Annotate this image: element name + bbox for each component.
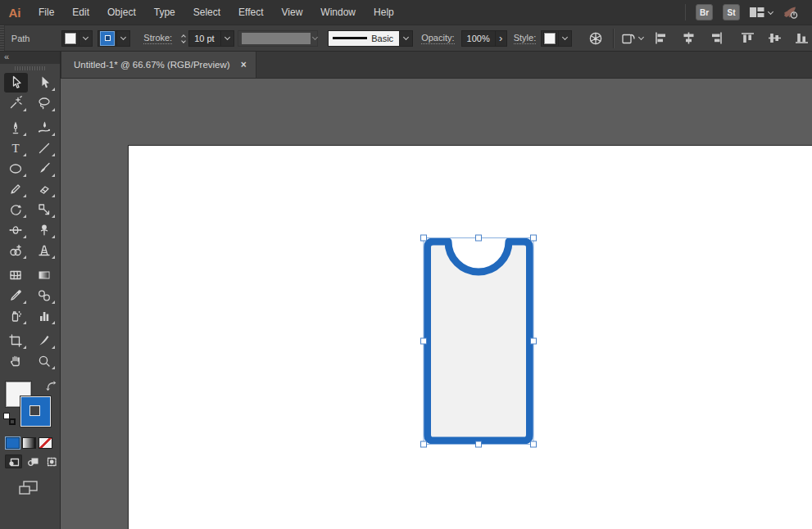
chevron-down-icon	[403, 34, 409, 40]
line-segment-tool[interactable]	[33, 138, 57, 158]
stock-button[interactable]: St	[723, 4, 740, 20]
align-vertical-top-button[interactable]	[737, 28, 758, 49]
controlbar-grip-handle[interactable]	[0, 25, 5, 51]
artboard-tool[interactable]	[4, 331, 28, 350]
collapse-panel-button[interactable]: «	[4, 52, 8, 61]
width-tool[interactable]	[4, 220, 28, 240]
selection-tool[interactable]	[4, 73, 28, 93]
gpu-performance-icon[interactable]	[783, 5, 799, 20]
recolor-artwork-button[interactable]	[585, 28, 606, 49]
eyedropper-icon	[8, 288, 23, 303]
opacity-panel-arrow-icon[interactable]: ›	[495, 31, 506, 46]
style-label[interactable]: Style:	[514, 33, 537, 44]
change-screen-mode-button[interactable]	[18, 480, 39, 496]
color-button[interactable]	[6, 437, 20, 449]
menu-window[interactable]: Window	[311, 0, 365, 25]
none-button[interactable]	[39, 437, 52, 449]
curvature-tool[interactable]	[33, 118, 57, 138]
menu-select[interactable]: Select	[184, 0, 229, 25]
draw-inside-button[interactable]	[43, 454, 60, 468]
draw-behind-icon	[27, 457, 39, 467]
handle-top-right[interactable]	[531, 235, 537, 241]
workspace-switcher-button[interactable]	[750, 7, 773, 18]
stroke-proxy-swatch[interactable]	[20, 396, 51, 427]
menu-type[interactable]: Type	[145, 0, 184, 25]
column-graph-tool[interactable]	[33, 306, 57, 326]
eraser-tool[interactable]	[33, 179, 57, 199]
opacity-select[interactable]: 100% ›	[461, 30, 507, 47]
align-vertical-center-button[interactable]	[764, 28, 785, 49]
paintbrush-tool[interactable]	[33, 159, 57, 179]
handle-bottom-center[interactable]	[476, 441, 482, 447]
blend-tool[interactable]	[33, 286, 57, 305]
pen-tool[interactable]	[4, 118, 28, 138]
chevron-down-icon	[312, 34, 318, 40]
align-horizontal-center-button[interactable]	[678, 28, 699, 49]
menu-object[interactable]: Object	[98, 0, 145, 25]
brush-definition-select[interactable]: Basic	[328, 30, 413, 47]
shape-builder-tool[interactable]	[4, 241, 28, 260]
default-fill-stroke-button[interactable]	[3, 413, 16, 425]
slice-tool[interactable]	[33, 331, 57, 350]
menu-edit[interactable]: Edit	[63, 0, 98, 25]
menu-help[interactable]: Help	[365, 0, 403, 25]
stroke-weight-select[interactable]: 10 pt	[188, 30, 234, 47]
gradient-button[interactable]	[22, 437, 36, 449]
scale-tool[interactable]	[33, 200, 57, 219]
menu-view[interactable]: View	[273, 0, 312, 25]
rotate-tool[interactable]	[4, 200, 28, 219]
handle-bottom-right[interactable]	[531, 441, 537, 447]
magic-wand-tool[interactable]	[4, 93, 28, 113]
menu-effect[interactable]: Effect	[229, 0, 272, 25]
fill-color-picker[interactable]	[61, 30, 93, 47]
close-tab-icon[interactable]: ×	[241, 60, 247, 70]
ellipse-tool[interactable]	[4, 159, 28, 179]
curvature-pen-icon	[37, 120, 52, 135]
draw-normal-button[interactable]	[5, 454, 22, 468]
align-vertical-bottom-button[interactable]	[792, 28, 812, 49]
fill-swatch[interactable]	[64, 32, 77, 45]
perspective-grid-tool[interactable]	[33, 241, 57, 260]
align-middle-icon	[768, 32, 782, 44]
bridge-button[interactable]: Br	[696, 4, 713, 20]
stepper-down-icon[interactable]	[181, 38, 186, 43]
eyedropper-tool[interactable]	[4, 286, 28, 305]
tools-panel-grip[interactable]	[0, 64, 60, 73]
swap-fill-stroke-icon[interactable]	[45, 380, 57, 392]
handle-top-left[interactable]	[421, 235, 427, 241]
style-swatch[interactable]	[543, 32, 556, 45]
symbol-sprayer-tool[interactable]	[4, 306, 28, 326]
stroke-swatch[interactable]	[100, 31, 115, 46]
mesh-tool[interactable]	[4, 265, 28, 285]
hand-tool[interactable]	[4, 351, 28, 371]
gradient-tool[interactable]	[33, 265, 57, 285]
menu-file[interactable]: File	[29, 0, 63, 25]
vertical-align-group	[737, 28, 812, 49]
handle-middle-right[interactable]	[531, 338, 537, 344]
handle-bottom-left[interactable]	[421, 441, 427, 447]
align-horizontal-right-button[interactable]	[705, 28, 726, 49]
pencil-tool[interactable]	[4, 179, 28, 199]
document-tab[interactable]: Untitled-1* @ 66.67% (RGB/Preview) ×	[61, 52, 256, 78]
select-similar-icon	[620, 31, 637, 46]
type-tool[interactable]: T	[4, 138, 28, 158]
notched-rectangle-shape[interactable]	[428, 242, 530, 441]
stroke-weight-stepper[interactable]	[179, 34, 188, 43]
align-horizontal-left-button[interactable]	[651, 28, 672, 49]
handle-top-center[interactable]	[476, 235, 482, 241]
stroke-color-picker[interactable]	[98, 30, 130, 47]
style-picker[interactable]	[541, 30, 572, 47]
stroke-weight-value: 10 pt	[189, 34, 220, 43]
opacity-label[interactable]: Opacity:	[421, 33, 454, 44]
document-area: Untitled-1* @ 66.67% (RGB/Preview) ×	[61, 52, 812, 529]
draw-behind-button[interactable]	[24, 454, 41, 468]
direct-selection-tool[interactable]	[33, 73, 57, 93]
chevron-down-icon	[768, 8, 773, 14]
eraser-icon	[37, 182, 52, 197]
handle-middle-left[interactable]	[421, 338, 427, 344]
stroke-weight-label[interactable]: Stroke:	[143, 33, 172, 44]
zoom-tool[interactable]	[33, 351, 57, 371]
lasso-tool[interactable]	[33, 93, 57, 113]
select-similar-button[interactable]	[620, 31, 643, 46]
puppet-warp-tool[interactable]	[33, 220, 57, 240]
